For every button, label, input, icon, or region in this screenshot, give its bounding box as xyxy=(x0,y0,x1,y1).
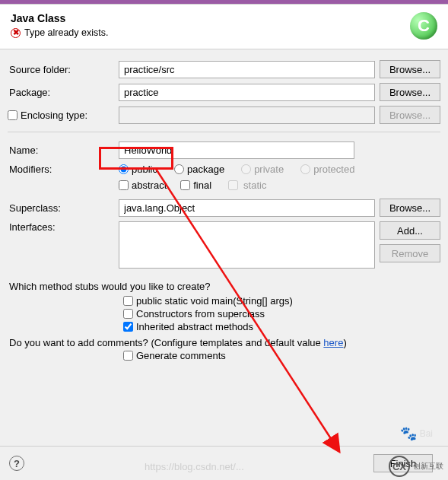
modifier-final-checkbox[interactable]: final xyxy=(180,180,211,191)
error-icon: ✖ xyxy=(11,28,21,38)
package-browse-button[interactable]: Browse... xyxy=(380,83,440,101)
watermark-brand-1: 🐾Bai xyxy=(400,425,433,442)
generate-comments-checkbox[interactable]: Generate comments xyxy=(123,350,439,361)
error-message: Type already exists. xyxy=(24,27,108,38)
stub-inherited-checkbox[interactable]: Inherited abstract methods xyxy=(123,321,439,332)
modifier-package-radio[interactable]: package xyxy=(174,164,224,175)
modifier-abstract-checkbox[interactable]: abstract xyxy=(119,180,167,191)
stub-constructors-checkbox[interactable]: Constructors from superclass xyxy=(123,308,439,319)
help-button[interactable]: ? xyxy=(9,456,24,471)
modifiers-label: Modifiers: xyxy=(8,164,114,175)
interfaces-label: Interfaces: xyxy=(8,221,114,233)
stub-main-checkbox[interactable]: public static void main(String[] args) xyxy=(123,295,439,307)
name-label: Name: xyxy=(8,145,114,156)
enclosing-type-browse-button: Browse... xyxy=(380,106,440,124)
interfaces-remove-button: Remove xyxy=(380,244,440,262)
modifier-protected-radio: protected xyxy=(300,164,354,175)
modifier-public-radio[interactable]: public xyxy=(119,164,157,175)
form-body: Source folder: Browse... Package: Browse… xyxy=(0,49,448,367)
finish-button[interactable]: Finish xyxy=(373,454,433,472)
name-input[interactable] xyxy=(119,141,354,159)
source-folder-browse-button[interactable]: Browse... xyxy=(380,60,440,78)
source-folder-input[interactable] xyxy=(119,61,375,78)
enclosing-type-check-input[interactable] xyxy=(8,110,17,120)
enclosing-type-checkbox[interactable]: Enclosing type: xyxy=(8,110,114,121)
interfaces-add-button[interactable]: Add... xyxy=(380,221,440,240)
comments-question: Do you want to add comments? (Configure … xyxy=(9,337,439,348)
java-class-icon: C xyxy=(410,12,437,40)
source-folder-label: Source folder: xyxy=(8,64,114,75)
superclass-browse-button[interactable]: Browse... xyxy=(380,199,440,217)
package-label: Package: xyxy=(8,87,114,98)
dialog-footer: ? Finish xyxy=(0,446,448,480)
dialog-header: Java Class ✖ Type already exists. C xyxy=(0,5,448,49)
enclosing-type-input xyxy=(119,106,375,124)
modifier-static-checkbox: static xyxy=(225,178,266,192)
method-stubs-question: Which method stubs would you like to cre… xyxy=(9,281,439,292)
enclosing-type-label: Enclosing type: xyxy=(21,110,87,121)
superclass-input[interactable] xyxy=(119,199,375,217)
superclass-label: Superclass: xyxy=(8,202,114,214)
separator-1 xyxy=(8,132,440,132)
package-input[interactable] xyxy=(119,84,375,101)
interfaces-list[interactable] xyxy=(119,221,375,269)
configure-here-link[interactable]: here xyxy=(323,337,343,348)
modifier-private-radio: private xyxy=(241,164,284,175)
dialog-title: Java Class xyxy=(11,12,410,24)
